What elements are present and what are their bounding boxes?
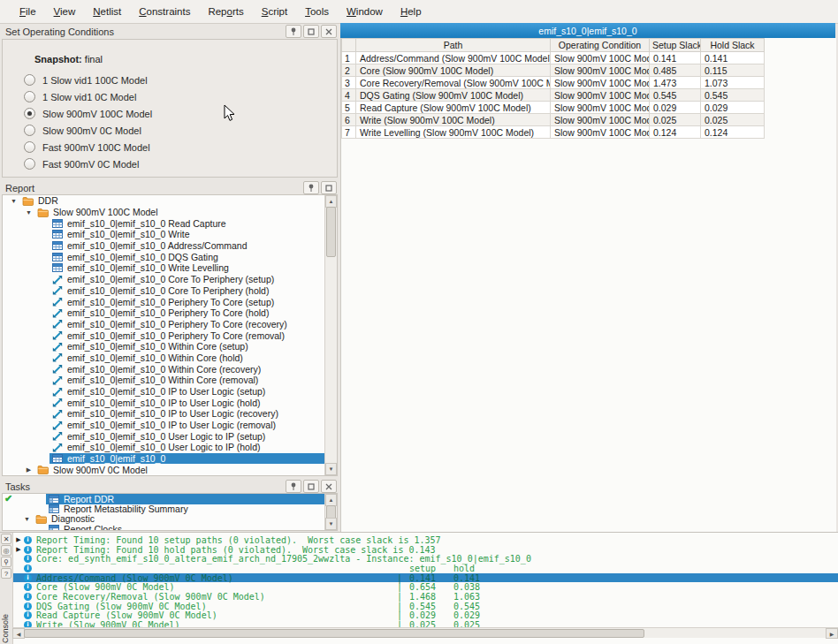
menu-view[interactable]: View: [45, 3, 85, 20]
tree-item[interactable]: emif_s10_0|emif_s10_0: [3, 453, 325, 465]
hold-slack-cell[interactable]: 0.545: [701, 89, 765, 102]
tree-item-content[interactable]: emif_s10_0|emif_s10_0 IP to User Logic (…: [50, 398, 325, 408]
condition-cell[interactable]: Slow 900mV 100C Model: [551, 114, 650, 126]
tree-item[interactable]: Report Clocks: [3, 524, 325, 530]
tree-item[interactable]: emif_s10_0|emif_s10_0 Periphery To Core …: [3, 296, 325, 307]
detach-icon[interactable]: ◎: [1, 545, 11, 556]
help-icon[interactable]: ?: [1, 568, 11, 579]
operating-condition-option[interactable]: Fast 900mV 0C Model: [3, 155, 337, 172]
operating-condition-option[interactable]: Slow 900mV 0C Model: [3, 122, 337, 139]
pin-icon[interactable]: [303, 181, 319, 194]
restore-icon[interactable]: [303, 25, 319, 38]
console-line[interactable]: iCore Recovery/Removal (Slow 900mV 0C Mo…: [13, 592, 838, 602]
tree-item[interactable]: ▼DDR: [3, 195, 325, 207]
tree-item-content[interactable]: emif_s10_0|emif_s10_0 User Logic to IP (…: [50, 431, 325, 442]
console-line[interactable]: iDQS Gating (Slow 900mV 0C Model)|0.5450…: [13, 602, 838, 611]
menu-constraints[interactable]: Constraints: [130, 3, 199, 20]
row-number[interactable]: 1: [342, 52, 356, 64]
tree-item-content[interactable]: Slow 900mV 100C Model: [34, 207, 325, 217]
table-row[interactable]: 2Core (Slow 900mV 100C Model)Slow 900mV …: [342, 64, 765, 77]
console-line[interactable]: isetuphold: [13, 564, 838, 573]
tree-item-content[interactable]: emif_s10_0|emif_s10_0 Write: [50, 229, 325, 239]
menu-help[interactable]: Help: [392, 3, 430, 20]
menu-netlist[interactable]: Netlist: [84, 3, 130, 20]
tree-item[interactable]: emif_s10_0|emif_s10_0 IP to User Logic (…: [3, 397, 325, 408]
tree-item-content[interactable]: emif_s10_0|emif_s10_0 Periphery To Core …: [50, 330, 325, 341]
tree-item[interactable]: emif_s10_0|emif_s10_0 Address/Command: [3, 240, 325, 252]
menu-file[interactable]: File: [11, 3, 45, 20]
tree-item-content[interactable]: Report DDR: [46, 494, 325, 504]
restore-icon[interactable]: [321, 181, 337, 194]
condition-cell[interactable]: Slow 900mV 100C Model: [551, 64, 650, 77]
row-number[interactable]: 4: [342, 89, 356, 102]
operating-condition-option[interactable]: 1 Slow vid1 0C Model: [3, 88, 337, 105]
expander-open-icon[interactable]: ▼: [8, 198, 19, 204]
tree-item[interactable]: emif_s10_0|emif_s10_0 IP to User Logic (…: [3, 386, 325, 398]
table-row[interactable]: 1Address/Command (Slow 900mV 100C Model)…: [342, 52, 765, 64]
expander-closed-icon[interactable]: ▶: [23, 466, 34, 474]
table-row[interactable]: 5Read Capture (Slow 900mV 100C Model)Slo…: [342, 102, 765, 114]
condition-cell[interactable]: Slow 900mV 100C Model: [551, 102, 650, 114]
tree-item[interactable]: emif_s10_0|emif_s10_0 Write Levelling: [3, 262, 325, 274]
restore-icon[interactable]: [303, 480, 319, 493]
tree-item[interactable]: emif_s10_0|emif_s10_0 Within Core (remov…: [3, 375, 325, 386]
radio-unselected[interactable]: [24, 141, 35, 153]
tree-item[interactable]: emif_s10_0|emif_s10_0 IP to User Logic (…: [3, 408, 325, 420]
tree-item[interactable]: emif_s10_0|emif_s10_0 Read Capture: [3, 217, 325, 229]
scroll-up-icon[interactable]: ▲: [325, 195, 337, 208]
tree-item-content[interactable]: Diagnostic: [33, 513, 325, 524]
setup-slack-cell[interactable]: 0.124: [650, 126, 701, 139]
tree-item[interactable]: emif_s10_0|emif_s10_0 Periphery To Core …: [3, 319, 325, 330]
pin-icon[interactable]: ⚲: [1, 557, 11, 567]
hold-slack-cell[interactable]: 0.025: [701, 114, 765, 126]
hold-slack-cell[interactable]: 0.029: [701, 102, 765, 114]
tree-item-content[interactable]: emif_s10_0|emif_s10_0 IP to User Logic (…: [50, 408, 325, 419]
condition-cell[interactable]: Slow 900mV 100C Model: [551, 77, 650, 89]
tree-item-content[interactable]: emif_s10_0|emif_s10_0 Address/Command: [50, 240, 325, 251]
tree-item[interactable]: ▶Slow 900mV 0C Model: [3, 465, 325, 476]
path-cell[interactable]: Write Levelling (Slow 900mV 100C Model): [356, 126, 551, 139]
condition-cell[interactable]: Slow 900mV 100C Model: [551, 126, 650, 139]
menu-tools[interactable]: Tools: [296, 3, 338, 20]
menu-script[interactable]: Script: [253, 3, 296, 20]
tree-item[interactable]: emif_s10_0|emif_s10_0 Write: [3, 229, 325, 240]
table-row[interactable]: 7Write Levelling (Slow 900mV 100C Model)…: [342, 126, 765, 139]
tree-item-content[interactable]: emif_s10_0|emif_s10_0 Within Core (hold): [50, 352, 325, 363]
radio-unselected[interactable]: [24, 158, 35, 170]
table-row[interactable]: 4DQS Gating (Slow 900mV 100C Model)Slow …: [342, 89, 765, 102]
menu-window[interactable]: Window: [338, 3, 392, 20]
hold-slack-cell[interactable]: 0.115: [701, 64, 765, 77]
scroll-left-icon[interactable]: ◀: [12, 628, 25, 639]
radio-unselected[interactable]: [24, 125, 35, 136]
tree-item[interactable]: Report Metastability Summary: [3, 504, 325, 513]
radio-unselected[interactable]: [24, 74, 35, 86]
hold-slack-cell[interactable]: 1.073: [701, 77, 765, 89]
row-number[interactable]: 5: [342, 102, 356, 114]
tree-item-content[interactable]: DDR: [19, 195, 325, 206]
path-cell[interactable]: Core Recovery/Removal (Slow 900mV 100C M…: [356, 77, 551, 89]
tree-item-content[interactable]: emif_s10_0|emif_s10_0 DQS Gating: [50, 252, 325, 262]
expander-closed-icon[interactable]: ▶: [13, 536, 24, 543]
tasks-scrollbar[interactable]: ▲ ▼: [324, 494, 337, 530]
console-hscrollbar[interactable]: ◀ ▶: [12, 627, 838, 638]
console-line[interactable]: iCore (Slow 900mV 0C Model)|0.6540.038: [13, 582, 838, 592]
tree-item-content[interactable]: emif_s10_0|emif_s10_0 Within Core (recov…: [50, 364, 325, 375]
setup-slack-cell[interactable]: 1.473: [650, 77, 701, 89]
operating-condition-option[interactable]: Slow 900mV 100C Model: [3, 105, 337, 122]
tree-item[interactable]: emif_s10_0|emif_s10_0 DQS Gating: [3, 251, 325, 262]
setup-slack-cell[interactable]: 0.029: [650, 102, 701, 114]
console-line[interactable]: ▶iReport Timing: Found 10 hold paths (0 …: [13, 545, 838, 555]
path-cell[interactable]: Address/Command (Slow 900mV 100C Model): [356, 52, 551, 64]
tree-item[interactable]: emif_s10_0|emif_s10_0 User Logic to IP (…: [3, 442, 325, 453]
path-cell[interactable]: DQS Gating (Slow 900mV 100C Model): [356, 89, 551, 102]
condition-column-header[interactable]: Operating Condition: [551, 39, 650, 52]
tree-item-content[interactable]: emif_s10_0|emif_s10_0 IP to User Logic (…: [50, 386, 325, 397]
tree-item[interactable]: emif_s10_0|emif_s10_0 Within Core (hold): [3, 352, 325, 364]
setup-slack-cell[interactable]: 0.025: [650, 114, 701, 126]
setup-slack-cell[interactable]: 0.485: [650, 64, 701, 77]
scroll-right-icon[interactable]: ▶: [826, 628, 838, 639]
tree-item-content[interactable]: emif_s10_0|emif_s10_0 Within Core (setup…: [50, 341, 325, 352]
tree-item[interactable]: emif_s10_0|emif_s10_0 IP to User Logic (…: [3, 420, 325, 431]
row-number[interactable]: 7: [342, 126, 356, 139]
tree-item[interactable]: emif_s10_0|emif_s10_0 Within Core (recov…: [3, 363, 325, 375]
